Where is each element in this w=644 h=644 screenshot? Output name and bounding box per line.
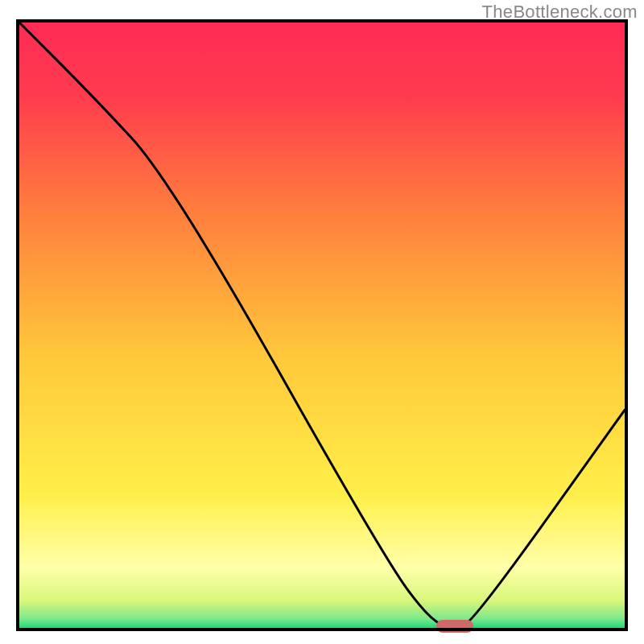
bottleneck-curve [19,23,625,628]
plot-area [16,19,628,628]
x-axis [16,628,628,631]
